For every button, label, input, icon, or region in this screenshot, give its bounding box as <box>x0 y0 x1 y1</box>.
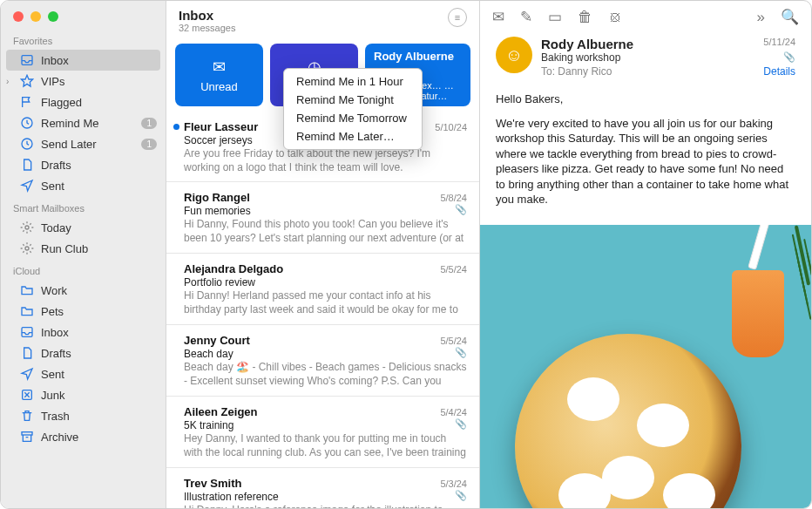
pizza-decoration <box>515 334 741 508</box>
message-detail-pane: ✉︎ ✎ ▭ 🗑 ⦻ » 🔍 ☺ Rody Albuerne 5/11/24 B… <box>480 1 811 508</box>
sidebar-item-label: Drafts <box>41 159 157 172</box>
sidebar-item-label: Run Club <box>41 242 157 255</box>
sidebar-item-send-later[interactable]: Send Later1 <box>1 133 166 154</box>
message-date: 5/5/24 <box>440 336 467 346</box>
sidebar-item-drafts-ic[interactable]: Drafts <box>1 343 166 363</box>
star-icon <box>20 74 34 88</box>
sidebar-item-run-club[interactable]: Run Club <box>1 238 166 259</box>
sidebar-item-label: Inbox <box>41 326 157 339</box>
archive-icon[interactable]: ▭ <box>548 8 562 26</box>
tray-icon <box>20 53 34 67</box>
svg-marker-1 <box>21 75 32 86</box>
detail-to: Danny Rico <box>558 65 612 78</box>
clock-icon <box>20 116 34 130</box>
sidebar-item-vips[interactable]: ›VIPs <box>1 71 166 92</box>
message-from: Fleur Lasseur <box>184 120 258 133</box>
message-from: Aileen Zeigen <box>184 405 258 418</box>
sidebar-item-drafts[interactable]: Drafts <box>1 154 166 175</box>
sidebar-item-flagged[interactable]: Flagged <box>1 92 166 112</box>
drink-decoration <box>727 235 788 357</box>
message-row[interactable]: Alejandra Delgado5/5/24Portfolio reviewH… <box>166 254 479 325</box>
sidebar-item-pets[interactable]: Pets <box>1 301 166 322</box>
sidebar-item-label: Send Later <box>41 138 134 151</box>
avatar: ☺ <box>496 37 532 73</box>
message-subject: Portfolio review <box>184 276 255 288</box>
menu-item[interactable]: Remind Me Tomorrow <box>284 109 422 127</box>
paperclip-icon: 📎 <box>455 418 467 432</box>
unread-card-label: Unread <box>200 80 238 93</box>
preview-card-from: Rody Albuerne <box>374 50 454 63</box>
paperclip-icon: 📎 <box>455 490 467 504</box>
filter-icon[interactable]: ≡ <box>448 8 467 27</box>
paperplane-icon <box>20 179 34 193</box>
sidebar-item-work[interactable]: Work <box>1 280 166 301</box>
sidebar-item-label: Remind Me <box>41 117 134 130</box>
folder-icon <box>20 304 34 318</box>
message-preview: Hi Danny, Found this photo you took! Can… <box>184 218 467 246</box>
sidebar-item-label: Drafts <box>41 347 157 360</box>
body-greeting: Hello Bakers, <box>496 92 795 107</box>
sidebar-item-sent[interactable]: Sent <box>1 175 166 196</box>
sidebar-item-label: Flagged <box>41 96 157 109</box>
sidebar-item-trash[interactable]: Trash <box>1 405 166 426</box>
xbox-icon <box>20 388 34 402</box>
sidebar-item-label: Pets <box>41 305 157 318</box>
message-row[interactable]: Aileen Zeigen5/4/245K training📎Hey Danny… <box>166 397 479 468</box>
doc-icon <box>20 158 34 172</box>
zoom-window[interactable] <box>48 11 58 22</box>
paperclip-icon: 📎 <box>455 347 467 361</box>
envelope-icon[interactable]: ✉︎ <box>492 8 504 26</box>
unread-card[interactable]: ✉︎ Unread <box>175 44 263 106</box>
more-icon[interactable]: » <box>757 8 765 26</box>
compose-icon[interactable]: ✎ <box>520 8 532 26</box>
section-label: Favorites <box>1 29 166 50</box>
gear-icon <box>20 241 34 255</box>
to-label: To: <box>541 65 555 78</box>
sidebar-item-inbox-ic[interactable]: Inbox <box>1 322 166 343</box>
tray-icon <box>20 325 34 339</box>
trash-icon <box>20 409 34 423</box>
minimize-window[interactable] <box>30 11 41 22</box>
message-list[interactable]: Fleur Lasseur5/10/24Soccer jerseysAre yo… <box>166 112 479 508</box>
chevron-right-icon[interactable]: › <box>6 77 9 86</box>
sidebar-item-label: Trash <box>41 410 157 423</box>
sidebar-item-inbox[interactable]: Inbox <box>6 50 160 71</box>
doc-icon <box>20 346 34 360</box>
menu-item[interactable]: Remind Me in 1 Hour <box>284 72 422 91</box>
message-subject: Fun memories <box>184 205 251 217</box>
message-row[interactable]: Rigo Rangel5/8/24Fun memories📎Hi Danny, … <box>166 182 479 254</box>
message-subject: Soccer jerseys <box>184 134 253 146</box>
message-date: 5/8/24 <box>440 193 467 203</box>
close-window[interactable] <box>13 11 24 22</box>
paperplane-icon <box>20 367 34 381</box>
gear-icon <box>20 221 34 234</box>
menu-item[interactable]: Remind Me Later… <box>284 127 422 146</box>
attachment-image[interactable] <box>480 225 811 508</box>
message-from: Trev Smith <box>184 477 241 490</box>
sidebar-item-remind-me[interactable]: Remind Me1 <box>1 112 166 133</box>
envelope-badge-icon: ✉︎ <box>213 58 226 77</box>
message-preview: Beach day 🏖️ - Chill vibes - Beach games… <box>184 361 467 389</box>
sidebar-item-sent-ic[interactable]: Sent <box>1 363 166 384</box>
section-label: Smart Mailboxes <box>1 196 166 217</box>
section-label: iCloud <box>1 259 166 280</box>
message-row[interactable]: Jenny Court5/5/24Beach day📎Beach day 🏖️ … <box>166 325 479 397</box>
sidebar-item-label: Junk <box>41 389 157 402</box>
sidebar-item-archive[interactable]: Archive <box>1 426 166 447</box>
sidebar-item-label: Work <box>41 284 157 297</box>
message-row[interactable]: Trev Smith5/3/24Illustration reference📎H… <box>166 468 479 508</box>
unread-dot-icon <box>173 124 179 130</box>
paperclip-icon: 📎 <box>783 51 795 64</box>
junk-icon[interactable]: ⦻ <box>608 8 623 26</box>
message-date: 5/3/24 <box>440 478 467 489</box>
menu-item[interactable]: Remind Me Tonight <box>284 91 422 109</box>
details-link[interactable]: Details <box>763 65 795 78</box>
message-date: 5/4/24 <box>440 407 467 417</box>
svg-point-4 <box>25 226 29 229</box>
rosemary-decoration <box>795 225 810 285</box>
trash-icon[interactable]: 🗑 <box>578 8 592 26</box>
sidebar-item-today[interactable]: Today <box>1 217 166 238</box>
search-icon[interactable]: 🔍 <box>781 8 799 26</box>
message-body: Hello Bakers, We're very excited to have… <box>480 86 811 225</box>
sidebar-item-junk[interactable]: Junk <box>1 384 166 405</box>
